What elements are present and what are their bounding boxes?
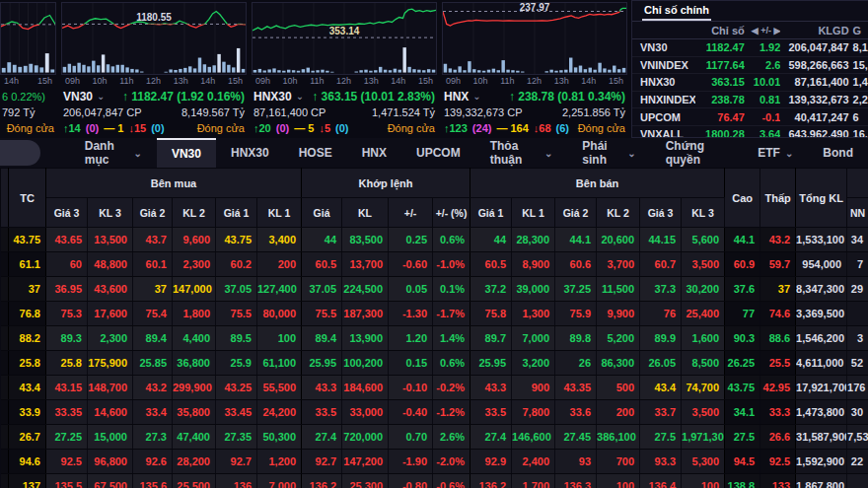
index-name: HNX (444, 89, 469, 105)
chart-panel-hnx: 237.9709h10h11h12h13h14h15hHNX⌄↑ 238.78 … (442, 0, 627, 138)
buy-vol-1-cell: 100 (257, 326, 302, 351)
total-volume-cell: 1,546,200 (796, 326, 847, 351)
x-axis-tick: 13h (174, 76, 188, 88)
traded-volume: 139,332,673 CP (444, 105, 523, 120)
board-row[interactable]: 43.7543.6513,50043.79,60043.753,4004483,… (1, 228, 868, 252)
sell-price-3-cell: 33.7 (640, 400, 682, 425)
nav-item-upcom[interactable]: UPCOM (401, 138, 475, 168)
index-row-vnindex[interactable]: VNINDEX1177.642.6598,266,66315, (632, 57, 868, 75)
foreign-buy-cell: 22 (847, 450, 868, 474)
index-row-vn30[interactable]: VN301182.471.92206,047,8478,1 (632, 39, 868, 57)
total-volume-cell: 17,921,700 (796, 376, 847, 400)
board-row[interactable]: 137135.567,500135.625,5001367,000136.225… (1, 474, 868, 488)
chevron-down-icon: ⌄ (627, 148, 635, 159)
nav-item-hnx30[interactable]: HNX30 (216, 138, 284, 168)
high-cell: 77 (725, 302, 760, 326)
x-axis-tick: 12h (527, 76, 542, 88)
nav-item-bond[interactable]: Bond (808, 138, 868, 168)
x-axis-tick: 11h (119, 76, 133, 88)
change-cell: 0.05 (389, 277, 433, 302)
index-row-vnxall[interactable]: VNXALL1800.283.64643,962,49016, (632, 126, 868, 138)
x-axis: 09h10h11h12h13h14h15h (61, 75, 247, 88)
buy-col-header: Giá 1 (216, 198, 257, 228)
index-row-hnxindex[interactable]: HNXINDEX238.780.81139,332,6732,2 (632, 92, 868, 109)
sell-vol-1-cell: 900 (512, 376, 555, 400)
index-volume: 643,962,490 (780, 128, 848, 138)
buy-price-3-cell: 27.25 (46, 425, 88, 450)
sell-price-2-cell: 33.6 (555, 400, 597, 425)
chevron-down-icon[interactable]: ⌄ (296, 89, 304, 105)
board-row[interactable]: 33.933.3514,60033.435,80033.4524,20033.5… (1, 400, 868, 425)
nav-item-chứng-quyền[interactable]: Chứng quyền (651, 138, 744, 168)
index-value-fragment: 8,1 (849, 41, 868, 53)
change-cell: 0.15 (389, 351, 433, 376)
buy-vol-2-cell: 299,900 (173, 376, 216, 400)
board-row[interactable]: 76.875.317,60075.41,80075.580,00075.5187… (1, 302, 868, 326)
sell-vol-3-cell: 30,200 (682, 277, 725, 302)
buy-price-2-cell: 89.4 (133, 326, 173, 351)
board-row[interactable]: 3736.9543,60037147,00037.05127,40037.052… (1, 277, 868, 302)
sell-vol-3-cell: 3,500 (682, 252, 725, 277)
buy-price-2-cell: 33.4 (133, 400, 173, 425)
low-cell: 74.6 (760, 302, 796, 326)
sell-price-2-cell: 27.45 (555, 425, 597, 450)
market-overview-row: 14h15h6 0.22%)792 TỷĐóng cửa1180.5509h10… (0, 0, 868, 138)
buy-price-2-cell: 37 (133, 277, 173, 302)
x-axis: 09h10h11h12h13h14h15h (442, 75, 627, 88)
chevron-down-icon[interactable]: ⌄ (472, 89, 480, 105)
x-axis-tick: 10h (473, 76, 488, 88)
sell-price-3-cell: 43.4 (640, 376, 682, 400)
match-price-cell: 136.2 (302, 474, 342, 488)
nav-item-hnx[interactable]: HNX (347, 138, 401, 168)
sell-vol-1-cell: 1,700 (512, 474, 555, 488)
change-pct-cell: -1.7% (433, 302, 470, 326)
sell-price-1-cell: 33.5 (470, 400, 512, 425)
board-row[interactable]: 43.443.15148,70043.2299,90043.2555,50043… (1, 376, 868, 400)
match-price-cell: 92.7 (302, 450, 342, 474)
nav-item-danh-mục[interactable]: Danh mục⌄ (70, 138, 157, 168)
board-row[interactable]: 94.692.596,80092.628,20092.71,20092.7147… (1, 450, 868, 474)
buy-vol-3-cell: 14,600 (88, 400, 133, 425)
nav-item-phái-sinh[interactable]: Phái sinh⌄ (567, 138, 650, 168)
ref-price-cell: 61.1 (9, 252, 46, 277)
match-price-cell: 89.4 (302, 326, 342, 351)
total-volume-cell: 1,533,100 (796, 228, 847, 252)
sell-price-3-cell: 89.9 (640, 326, 682, 351)
index-name: VNXALL (632, 128, 695, 138)
sell-price-2-cell: 26 (555, 351, 597, 376)
high-header: Cao (725, 169, 760, 228)
chevron-down-icon: ⌄ (544, 148, 552, 159)
nav-scroll-pill[interactable] (0, 140, 40, 166)
low-cell: 42.95 (760, 376, 796, 400)
high-cell: 138.8 (725, 474, 760, 488)
index-row-upcom[interactable]: UPCOM76.47-0.140,417,2476 (632, 108, 868, 126)
chevron-down-icon: ⌄ (785, 148, 793, 159)
index-change: 0.81 (745, 94, 781, 105)
sell-price-1-cell: 25.95 (470, 351, 512, 376)
change-pct-cell: 0.1% (433, 277, 470, 302)
symbol-cell (1, 425, 9, 450)
sell-vol-2-cell: 86,300 (597, 351, 640, 376)
buy-vol-3-cell: 175,900 (88, 351, 133, 376)
index-row-hnx30[interactable]: HNX30363.1510.0187,161,4001,4 (632, 74, 868, 92)
traded-value-fragment: 792 Tỷ (2, 105, 54, 120)
index-change: 10.01 (745, 76, 781, 88)
tab-main-indices[interactable]: Chỉ số chính (642, 2, 711, 21)
buy-vol-2-cell: 4,400 (173, 326, 216, 351)
board-row[interactable]: 88.289.32,30089.44,40089.510089.413,9001… (1, 326, 868, 351)
nav-item-hose[interactable]: HOSE (284, 138, 347, 168)
buy-side-group-header: Bên mua (46, 169, 302, 198)
nav-item-vn30[interactable]: VN30 (157, 138, 216, 168)
chevron-down-icon[interactable]: ⌄ (97, 89, 105, 105)
sell-col-header: Giá 2 (555, 198, 597, 228)
nav-item-thỏa-thuận[interactable]: Thỏa thuận⌄ (475, 138, 568, 168)
chart-stats: HNX30⌄↑ 363.15 (10.01 2.83%)87,161,400 C… (252, 88, 437, 136)
board-row[interactable]: 25.825.8175,90025.8536,80025.961,10025.9… (1, 351, 868, 376)
nav-item-etf[interactable]: ETF⌄ (743, 138, 808, 168)
index-change: 2.6 (745, 59, 781, 71)
board-row[interactable]: 26.727.2515,00027.347,40027.3550,30027.4… (1, 425, 868, 450)
board-row[interactable]: 61.16048,80060.12,30060.220060.513,700-0… (1, 252, 868, 277)
sell-price-1-cell: 89.7 (470, 326, 512, 351)
chart-stats: VN30⌄↑ 1182.47 (1.92 0.16%)206,047,847 C… (61, 88, 247, 136)
traded-value: 2,251.856 Tỷ (562, 105, 625, 120)
